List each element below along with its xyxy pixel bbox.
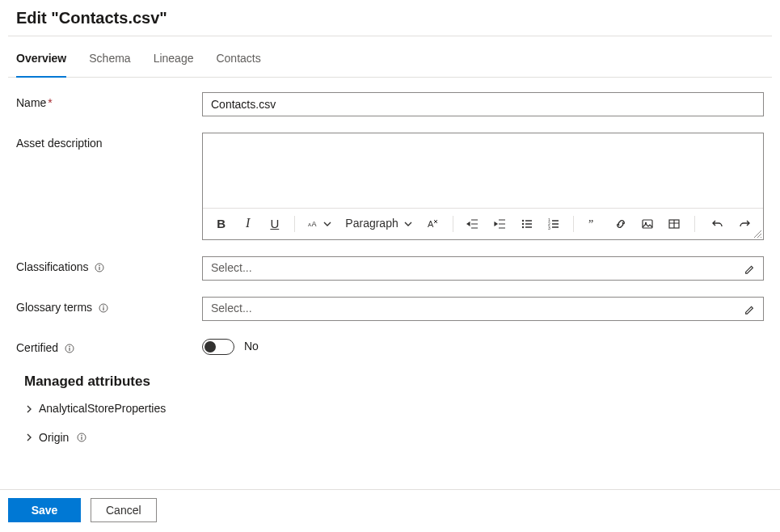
svg-point-5 (521, 226, 523, 227)
glossary-select[interactable]: Select... (202, 297, 764, 321)
toolbar-divider (694, 216, 695, 232)
tab-lineage[interactable]: Lineage (154, 46, 194, 77)
svg-rect-15 (99, 267, 100, 270)
name-label: Name* (16, 92, 186, 112)
svg-text:A: A (428, 219, 434, 229)
required-asterisk: * (48, 96, 52, 109)
glossary-placeholder: Select... (211, 301, 252, 317)
image-button[interactable] (636, 212, 660, 236)
toolbar-divider (453, 216, 453, 232)
link-button[interactable] (609, 212, 632, 236)
attr-group-label: Origin (39, 430, 69, 446)
footer: Save Cancel (0, 489, 780, 532)
tab-overview[interactable]: Overview (16, 46, 66, 77)
undo-button[interactable] (706, 212, 730, 236)
quote-button[interactable]: ” (582, 212, 605, 236)
paragraph-dropdown[interactable]: Paragraph (340, 212, 417, 236)
chevron-down-icon (323, 219, 332, 229)
indent-icon (494, 217, 507, 230)
italic-button[interactable]: I (236, 212, 259, 236)
description-editor: B I U A A Paragraph (202, 133, 764, 240)
svg-text:A: A (312, 220, 317, 228)
certified-toggle[interactable] (202, 339, 234, 355)
bold-button[interactable]: B (209, 212, 233, 236)
info-icon[interactable] (95, 263, 104, 272)
paragraph-label: Paragraph (345, 216, 398, 232)
svg-rect-10 (643, 220, 652, 228)
description-textarea[interactable] (203, 133, 763, 208)
form-overview: Name* Asset description B I U (8, 78, 772, 459)
quote-icon: ” (588, 217, 601, 230)
outdent-button[interactable] (462, 212, 485, 236)
info-icon[interactable] (77, 433, 86, 442)
svg-point-4 (521, 222, 523, 224)
numbered-list-button[interactable]: 123 (542, 212, 565, 236)
bullet-list-button[interactable] (515, 212, 538, 236)
svg-point-14 (99, 265, 101, 267)
font-size-dropdown[interactable]: A A (303, 212, 337, 236)
certified-label: Certified (16, 337, 186, 357)
resize-handle-icon[interactable] (753, 229, 762, 239)
svg-rect-18 (103, 307, 103, 310)
underline-button[interactable]: U (263, 212, 286, 236)
info-icon[interactable] (99, 303, 108, 313)
outdent-icon (466, 217, 479, 230)
numbered-list-icon: 123 (547, 217, 560, 230)
toolbar-divider (294, 216, 295, 232)
name-input[interactable] (202, 92, 764, 116)
undo-icon (711, 217, 724, 230)
glossary-label: Glossary terms (16, 297, 186, 316)
classifications-placeholder: Select... (211, 260, 252, 277)
svg-point-17 (103, 306, 104, 307)
page-title: Edit "Contacts.csv" (16, 6, 772, 29)
clear-format-icon: A (426, 217, 439, 230)
cancel-button[interactable]: Cancel (91, 498, 157, 522)
tab-schema[interactable]: Schema (89, 46, 130, 77)
link-icon (614, 217, 627, 230)
description-label: Asset description (16, 133, 186, 152)
svg-text:A: A (308, 222, 311, 227)
attr-group-origin[interactable]: Origin (24, 430, 764, 446)
table-button[interactable] (663, 212, 686, 236)
font-size-icon: A A (308, 219, 318, 229)
attr-group-analytical-store-properties[interactable]: AnalyticalStoreProperties (24, 401, 764, 417)
chevron-right-icon (24, 433, 34, 442)
redo-icon (738, 217, 751, 230)
svg-point-20 (69, 346, 70, 348)
svg-point-3 (521, 219, 523, 221)
bullet-list-icon (521, 217, 533, 230)
edit-icon (744, 263, 755, 274)
image-icon (641, 217, 654, 230)
rich-text-toolbar: B I U A A Paragraph (203, 208, 763, 239)
tab-contacts[interactable]: Contacts (216, 46, 260, 77)
save-button[interactable]: Save (8, 498, 81, 522)
tabs: Overview Schema Lineage Contacts (8, 36, 772, 78)
clear-formatting-button[interactable]: A (421, 212, 445, 236)
classifications-select[interactable]: Select... (202, 256, 764, 281)
attr-group-label: AnalyticalStoreProperties (39, 401, 166, 417)
managed-attributes-heading: Managed attributes (24, 372, 764, 391)
info-icon[interactable] (65, 344, 74, 353)
svg-text:”: ” (588, 218, 593, 230)
table-icon (668, 217, 681, 230)
chevron-down-icon (403, 219, 413, 229)
edit-icon (744, 303, 755, 315)
toolbar-divider (573, 216, 574, 232)
svg-text:3: 3 (548, 226, 550, 230)
classifications-label: Classifications (16, 256, 186, 276)
chevron-right-icon (24, 404, 34, 414)
certified-value: No (244, 339, 259, 355)
svg-rect-21 (69, 348, 70, 351)
svg-rect-24 (82, 437, 82, 440)
svg-point-23 (82, 435, 83, 437)
indent-button[interactable] (488, 212, 512, 236)
